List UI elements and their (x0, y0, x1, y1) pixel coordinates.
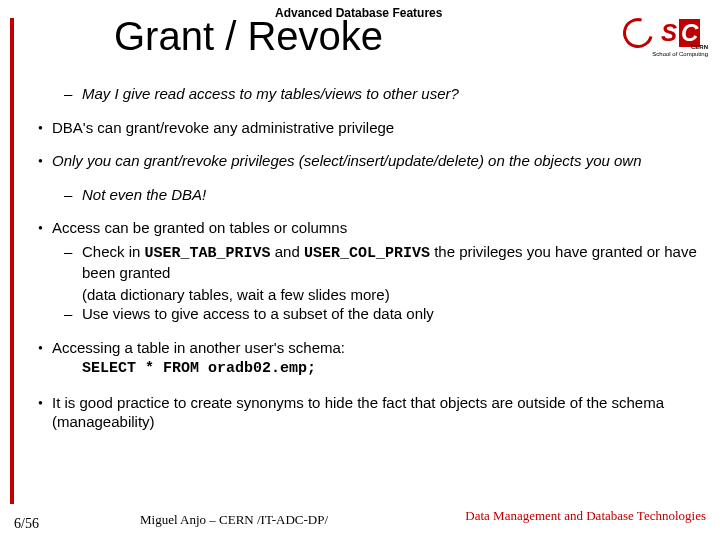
logo-subtitle: CERNSchool of Computing (652, 44, 708, 57)
intro-question: May I give read access to my tables/view… (82, 84, 702, 104)
sub-not-dba: Not even the DBA! (82, 185, 702, 205)
footer-topic: Data Management and Database Technologie… (465, 508, 706, 524)
slide-title: Grant / Revoke (114, 14, 383, 59)
bullet-dba-grant: DBA's can grant/revoke any administrativ… (52, 118, 702, 138)
page-number: 6/56 (14, 516, 39, 532)
accent-bar (10, 18, 14, 504)
footer: 6/56 Miguel Anjo – CERN /IT-ADC-DP/ Data… (0, 510, 720, 534)
sub-check-privs-note: (data dictionary tables, wait a few slid… (82, 285, 702, 305)
code-select-example: SELECT * FROM oradb02.emp; (82, 359, 702, 379)
bullet-access-tables: Access can be granted on tables or colum… (52, 218, 702, 238)
bullet-owner-grant: Only you can grant/revoke privileges (se… (52, 151, 702, 171)
slide-body: May I give read access to my tables/view… (38, 84, 702, 446)
footer-author: Miguel Anjo – CERN /IT-ADC-DP/ (140, 512, 328, 528)
sub-check-privs: Check in USER_TAB_PRIVS and USER_COL_PRI… (82, 242, 702, 283)
bullet-synonyms: It is good practice to create synonyms t… (52, 393, 702, 432)
sub-use-views: Use views to give access to a subset of … (82, 304, 702, 324)
bullet-other-schema: Accessing a table in another user's sche… (52, 338, 702, 358)
